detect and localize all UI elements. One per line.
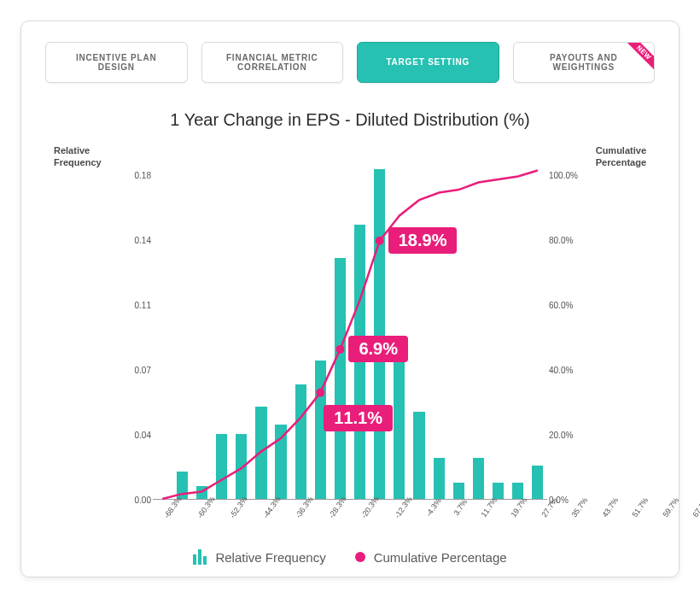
y-tick-left: 0.00 (135, 495, 151, 505)
legend-line-label: Cumulative Percentage (374, 550, 507, 565)
callout: 6.9% (348, 336, 408, 362)
bar (413, 412, 424, 499)
y-axis-right-label: Cumulative Percentage (586, 145, 646, 536)
y-tick-left: 0.04 (135, 431, 151, 440)
bar (196, 486, 207, 499)
bar (434, 458, 445, 499)
bars (153, 166, 547, 499)
y-tick-right: 60.0% (549, 301, 573, 310)
tab-label: PAYOUTS AND WEIGHTINGS (550, 53, 618, 73)
dot-icon (355, 552, 365, 562)
legend-item-bars: Relative Frequency (193, 549, 325, 565)
chart: 0.180.140.110.070.040.00 11.1%6.9%18.9% … (119, 145, 581, 536)
bar (532, 466, 543, 499)
tab-incentive[interactable]: INCENTIVE PLAN DESIGN (45, 42, 188, 83)
y-axis-left-label: Relative Frequency (54, 145, 114, 536)
tabs: INCENTIVE PLAN DESIGNFINANCIAL METRIC CO… (45, 42, 655, 83)
tab-label: INCENTIVE PLAN DESIGN (76, 53, 157, 73)
legend-bars-label: Relative Frequency (215, 550, 325, 565)
tab-label: TARGET SETTING (386, 57, 470, 67)
y-tick-left: 0.11 (135, 301, 151, 310)
bar (453, 483, 464, 500)
new-ribbon: NEW (622, 42, 655, 74)
bar (177, 472, 188, 499)
tab-payouts[interactable]: PAYOUTS AND WEIGHTINGSNEW (513, 42, 656, 83)
bar (295, 384, 306, 499)
callout: 11.1% (324, 405, 393, 431)
y-ticks-right: 100.0%80.0%60.0%40.0%20.0%0.0% (547, 166, 581, 500)
chart-area: Relative Frequency 0.180.140.110.070.040… (45, 145, 655, 536)
tab-correlation[interactable]: FINANCIAL METRIC CORRELATION (201, 42, 344, 83)
y-tick-right: 40.0% (549, 366, 573, 375)
bar (374, 169, 385, 499)
tab-label: FINANCIAL METRIC CORRELATION (226, 53, 318, 73)
y-tick-right: 80.0% (549, 236, 573, 245)
y-tick-right: 20.0% (549, 431, 573, 440)
card: INCENTIVE PLAN DESIGNFINANCIAL METRIC CO… (20, 21, 680, 577)
bar (493, 483, 504, 500)
bar (394, 361, 405, 500)
legend-item-line: Cumulative Percentage (355, 550, 507, 565)
y-tick-left: 0.14 (135, 236, 151, 245)
bar (335, 258, 346, 499)
bars-icon (193, 549, 207, 565)
x-ticks: -68.3%-60.3%-52.3%-44.3%-36.3%-28.3%-20.… (153, 500, 547, 536)
y-tick-left: 0.18 (135, 171, 151, 180)
y-tick-left: 0.07 (135, 366, 151, 375)
callout: 18.9% (388, 227, 458, 254)
bar (275, 425, 286, 499)
bar (473, 458, 484, 499)
bar (255, 407, 266, 499)
plot-area: 11.1%6.9%18.9% (153, 166, 547, 500)
bar (236, 434, 247, 499)
legend: Relative Frequency Cumulative Percentage (45, 549, 655, 565)
tab-target[interactable]: TARGET SETTING (357, 42, 499, 83)
y-ticks-left: 0.180.140.110.070.040.00 (119, 166, 153, 500)
y-tick-right: 100.0% (549, 171, 578, 180)
chart-title: 1 Year Change in EPS - Diluted Distribut… (45, 110, 655, 130)
bar (216, 434, 227, 499)
